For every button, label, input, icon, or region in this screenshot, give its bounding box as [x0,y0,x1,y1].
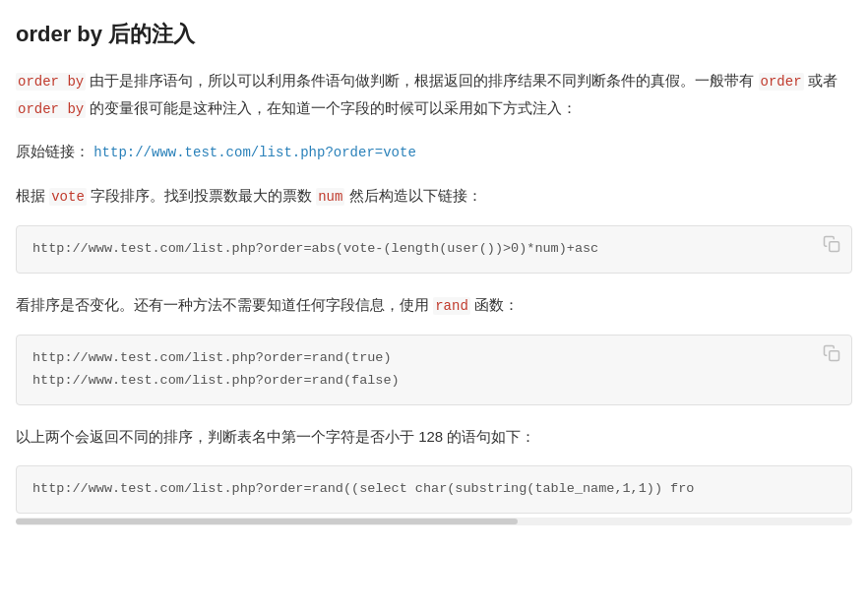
code-block-1-wrapper: http://www.test.com/list.php?order=abs(v… [16,225,852,274]
scrollbar-hint[interactable] [16,518,852,525]
intro-paragraph: order by 由于是排序语句，所以可以利用条件语句做判断，根据返回的排序结果… [16,67,852,122]
code-line-2-2: http://www.test.com/list.php?order=rand(… [32,373,400,388]
intro-text-part3: 的变量很可能是这种注入，在知道一个字段的时候可以采用如下方式注入： [90,99,577,116]
inline-code-vote: vote [49,188,87,206]
page-title: order by 后的注入 [16,20,852,49]
inline-code-order: order [759,73,804,91]
desc2-text-part2: 函数： [474,296,519,313]
code-line-2-1: http://www.test.com/list.php?order=rand(… [32,350,392,365]
desc2-paragraph: 看排序是否变化。还有一种方法不需要知道任何字段信息，使用 rand 函数： [16,291,852,319]
svg-rect-1 [830,351,839,361]
original-link-line: 原始链接： http://www.test.com/list.php?order… [16,138,852,165]
code-block-1[interactable]: http://www.test.com/list.php?order=abs(v… [16,225,852,274]
inline-code-num: num [316,188,344,206]
code-block-3[interactable]: http://www.test.com/list.php?order=rand(… [16,465,852,514]
desc3-paragraph: 以上两个会返回不同的排序，判断表名中第一个字符是否小于 128 的语句如下： [16,423,852,450]
inline-code-rand: rand [433,297,470,315]
desc2-text-part1: 看排序是否变化。还有一种方法不需要知道任何字段信息，使用 [16,296,433,313]
desc1-text-part3: 然后构造以下链接： [349,187,482,204]
original-link[interactable]: http://www.test.com/list.php?order=vote [93,145,416,160]
desc1-paragraph: 根据 vote 字段排序。找到投票数最大的票数 num 然后构造以下链接： [16,182,852,210]
code-block-3-wrapper: http://www.test.com/list.php?order=rand(… [16,465,852,525]
original-link-label: 原始链接： [16,143,90,159]
code-block-2-wrapper: http://www.test.com/list.php?order=rand(… [16,335,852,405]
svg-rect-0 [830,242,839,252]
inline-code-order-by: order by [16,73,86,91]
code-block-2[interactable]: http://www.test.com/list.php?order=rand(… [16,335,852,405]
copy-icon-1[interactable] [823,235,842,255]
intro-text-part1: 由于是排序语句，所以可以利用条件语句做判断，根据返回的排序结果不同判断条件的真假… [90,72,758,89]
scrollbar-thumb [16,519,518,524]
intro-text-part2: 或者 [808,72,837,89]
desc1-text-part1: 根据 [16,187,49,204]
copy-icon-2[interactable] [823,344,842,364]
desc1-text-part2: 字段排序。找到投票数最大的票数 [91,187,316,204]
inline-code-order-by2: order by [16,100,86,118]
